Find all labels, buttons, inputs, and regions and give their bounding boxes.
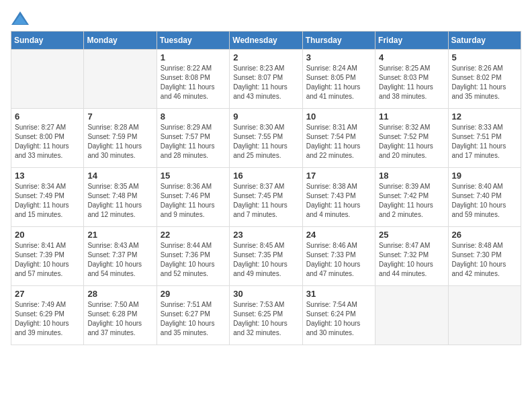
day-number: 22 [161,230,226,240]
cell-info: Sunrise: 8:46 AM Sunset: 7:33 PM Dayligh… [306,241,371,279]
calendar-week-row: 20Sunrise: 8:41 AM Sunset: 7:39 PM Dayli… [11,227,521,286]
day-number: 9 [233,111,298,122]
calendar-week-row: 27Sunrise: 7:49 AM Sunset: 6:29 PM Dayli… [11,286,521,345]
calendar-cell: 17Sunrise: 8:38 AM Sunset: 7:43 PM Dayli… [302,168,375,227]
calendar-cell: 2Sunrise: 8:23 AM Sunset: 8:07 PM Daylig… [230,50,302,109]
calendar-cell: 19Sunrise: 8:40 AM Sunset: 7:40 PM Dayli… [448,168,521,227]
day-of-week-header: Thursday [302,32,375,50]
calendar-week-row: 6Sunrise: 8:27 AM Sunset: 8:00 PM Daylig… [11,109,521,168]
calendar-cell: 7Sunrise: 8:28 AM Sunset: 7:59 PM Daylig… [84,109,157,168]
cell-info: Sunrise: 8:41 AM Sunset: 7:39 PM Dayligh… [15,241,80,279]
day-number: 25 [379,230,444,240]
cell-info: Sunrise: 8:48 AM Sunset: 7:30 PM Dayligh… [452,241,517,279]
calendar-cell: 20Sunrise: 8:41 AM Sunset: 7:39 PM Dayli… [11,227,84,286]
day-number: 12 [452,111,517,122]
cell-info: Sunrise: 8:33 AM Sunset: 7:51 PM Dayligh… [452,123,517,161]
day-number: 5 [452,52,517,62]
calendar-week-row: 1Sunrise: 8:22 AM Sunset: 8:08 PM Daylig… [11,50,521,109]
day-number: 17 [306,171,371,181]
calendar-cell: 24Sunrise: 8:46 AM Sunset: 7:33 PM Dayli… [302,227,375,286]
calendar-cell: 14Sunrise: 8:35 AM Sunset: 7:48 PM Dayli… [84,168,157,227]
cell-info: Sunrise: 8:22 AM Sunset: 8:08 PM Dayligh… [161,64,226,101]
cell-info: Sunrise: 8:24 AM Sunset: 8:05 PM Dayligh… [306,64,371,101]
cell-info: Sunrise: 8:47 AM Sunset: 7:32 PM Dayligh… [379,241,444,279]
day-of-week-header: Wednesday [230,32,302,50]
day-number: 28 [87,289,152,299]
day-number: 29 [161,289,226,299]
calendar-cell: 30Sunrise: 7:53 AM Sunset: 6:25 PM Dayli… [230,286,302,345]
calendar-cell: 21Sunrise: 8:43 AM Sunset: 7:37 PM Dayli… [84,227,157,286]
calendar-week-row: 13Sunrise: 8:34 AM Sunset: 7:49 PM Dayli… [11,168,521,227]
cell-info: Sunrise: 8:27 AM Sunset: 8:00 PM Dayligh… [15,123,80,161]
calendar-cell: 22Sunrise: 8:44 AM Sunset: 7:36 PM Dayli… [157,227,229,286]
calendar-cell: 11Sunrise: 8:32 AM Sunset: 7:52 PM Dayli… [375,109,448,168]
calendar-cell: 5Sunrise: 8:26 AM Sunset: 8:02 PM Daylig… [448,50,521,109]
calendar-header-row: SundayMondayTuesdayWednesdayThursdayFrid… [11,32,521,50]
cell-info: Sunrise: 7:54 AM Sunset: 6:24 PM Dayligh… [306,300,371,338]
cell-info: Sunrise: 8:32 AM Sunset: 7:52 PM Dayligh… [379,123,444,161]
day-of-week-header: Saturday [448,32,521,50]
day-number: 31 [306,289,371,299]
cell-info: Sunrise: 8:38 AM Sunset: 7:43 PM Dayligh… [306,182,371,220]
cell-info: Sunrise: 8:26 AM Sunset: 8:02 PM Dayligh… [452,64,517,101]
calendar-cell: 16Sunrise: 8:37 AM Sunset: 7:45 PM Dayli… [230,168,302,227]
calendar-cell [84,50,157,109]
calendar-cell: 8Sunrise: 8:29 AM Sunset: 7:57 PM Daylig… [157,109,229,168]
calendar-cell [375,286,448,345]
cell-info: Sunrise: 8:30 AM Sunset: 7:55 PM Dayligh… [233,123,298,161]
calendar-cell: 3Sunrise: 8:24 AM Sunset: 8:05 PM Daylig… [302,50,375,109]
logo [11,11,32,26]
day-number: 8 [161,111,226,122]
calendar-cell [448,286,521,345]
day-of-week-header: Monday [84,32,157,50]
day-number: 26 [452,230,517,240]
cell-info: Sunrise: 7:50 AM Sunset: 6:28 PM Dayligh… [87,300,152,338]
calendar-cell: 13Sunrise: 8:34 AM Sunset: 7:49 PM Dayli… [11,168,84,227]
day-number: 15 [161,171,226,181]
cell-info: Sunrise: 8:34 AM Sunset: 7:49 PM Dayligh… [15,182,80,220]
calendar-cell: 9Sunrise: 8:30 AM Sunset: 7:55 PM Daylig… [230,109,302,168]
day-number: 10 [306,111,371,122]
day-of-week-header: Tuesday [157,32,229,50]
cell-info: Sunrise: 8:37 AM Sunset: 7:45 PM Dayligh… [233,182,298,220]
day-number: 30 [233,289,298,299]
day-number: 21 [87,230,152,240]
calendar-cell [11,50,84,109]
day-number: 2 [233,52,298,62]
cell-info: Sunrise: 7:53 AM Sunset: 6:25 PM Dayligh… [233,300,298,338]
calendar-cell: 15Sunrise: 8:36 AM Sunset: 7:46 PM Dayli… [157,168,229,227]
calendar-cell: 18Sunrise: 8:39 AM Sunset: 7:42 PM Dayli… [375,168,448,227]
cell-info: Sunrise: 8:36 AM Sunset: 7:46 PM Dayligh… [161,182,226,220]
cell-info: Sunrise: 8:29 AM Sunset: 7:57 PM Dayligh… [161,123,226,161]
day-number: 14 [87,171,152,181]
day-of-week-header: Friday [375,32,448,50]
calendar-cell: 23Sunrise: 8:45 AM Sunset: 7:35 PM Dayli… [230,227,302,286]
cell-info: Sunrise: 7:49 AM Sunset: 6:29 PM Dayligh… [15,300,80,338]
cell-info: Sunrise: 8:25 AM Sunset: 8:03 PM Dayligh… [379,64,444,101]
calendar-cell: 31Sunrise: 7:54 AM Sunset: 6:24 PM Dayli… [302,286,375,345]
calendar-cell: 25Sunrise: 8:47 AM Sunset: 7:32 PM Dayli… [375,227,448,286]
day-number: 13 [15,171,80,181]
day-number: 4 [379,52,444,62]
cell-info: Sunrise: 8:31 AM Sunset: 7:54 PM Dayligh… [306,123,371,161]
calendar-cell: 10Sunrise: 8:31 AM Sunset: 7:54 PM Dayli… [302,109,375,168]
calendar-cell: 28Sunrise: 7:50 AM Sunset: 6:28 PM Dayli… [84,286,157,345]
day-number: 7 [87,111,152,122]
page-header [11,11,521,26]
cell-info: Sunrise: 8:23 AM Sunset: 8:07 PM Dayligh… [233,64,298,101]
day-number: 6 [15,111,80,122]
day-number: 1 [161,52,226,62]
cell-info: Sunrise: 8:43 AM Sunset: 7:37 PM Dayligh… [87,241,152,279]
logo-icon [11,11,30,26]
calendar-cell: 12Sunrise: 8:33 AM Sunset: 7:51 PM Dayli… [448,109,521,168]
calendar-cell: 1Sunrise: 8:22 AM Sunset: 8:08 PM Daylig… [157,50,229,109]
calendar-cell: 6Sunrise: 8:27 AM Sunset: 8:00 PM Daylig… [11,109,84,168]
calendar-table: SundayMondayTuesdayWednesdayThursdayFrid… [11,31,521,345]
day-number: 23 [233,230,298,240]
calendar-cell: 26Sunrise: 8:48 AM Sunset: 7:30 PM Dayli… [448,227,521,286]
cell-info: Sunrise: 7:51 AM Sunset: 6:27 PM Dayligh… [161,300,226,338]
cell-info: Sunrise: 8:40 AM Sunset: 7:40 PM Dayligh… [452,182,517,220]
day-number: 24 [306,230,371,240]
calendar-cell: 27Sunrise: 7:49 AM Sunset: 6:29 PM Dayli… [11,286,84,345]
calendar-cell: 4Sunrise: 8:25 AM Sunset: 8:03 PM Daylig… [375,50,448,109]
